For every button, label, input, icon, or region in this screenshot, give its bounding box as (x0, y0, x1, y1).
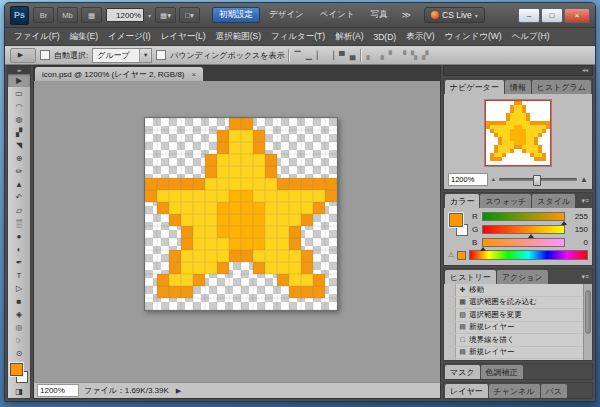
photoshop-logo[interactable]: Ps (10, 6, 29, 25)
masks-adjustments-tab[interactable]: 色調補正 (481, 365, 523, 379)
history-row[interactable]: ▤新規レイヤー (444, 347, 584, 360)
color-spectrum-ramp[interactable] (469, 250, 588, 260)
menu-item[interactable]: ヘルプ(H) (507, 29, 555, 45)
rectangle-tool[interactable]: ■ (8, 295, 30, 308)
menu-item[interactable]: ウィンドウ(W) (439, 29, 506, 45)
navigator-tab[interactable]: ヒストグラム (532, 80, 591, 94)
menu-item[interactable]: フィルター(T) (266, 29, 330, 45)
masks-adjustments-tab[interactable]: マスク (445, 365, 480, 379)
zoom-out-icon[interactable]: ▲ (491, 176, 496, 182)
layers-tab[interactable]: レイヤー (445, 384, 488, 398)
channel-value[interactable]: 150 (568, 225, 588, 234)
workspace-button[interactable]: デザイン (262, 7, 311, 23)
toolbox-collapse-icon[interactable]: ▸▸ (8, 66, 30, 74)
lasso-tool[interactable]: ◠ (8, 100, 30, 113)
menu-item[interactable]: 解析(A) (330, 29, 368, 45)
gradient-tool[interactable]: ▒ (8, 217, 30, 230)
menu-item[interactable]: 選択範囲(S) (211, 29, 266, 45)
status-arrow-icon[interactable]: ▶ (176, 387, 181, 395)
navigator-tab[interactable]: ナビゲーター (445, 80, 504, 94)
mini-bridge-icon[interactable]: Mb (57, 7, 78, 23)
history-source-box[interactable] (444, 322, 456, 334)
distribute-icon[interactable]: ▖ (365, 51, 373, 60)
close-button[interactable]: × (564, 8, 590, 23)
cs-live-button[interactable]: CS Live ▾ (424, 7, 485, 23)
channel-slider-thumb[interactable] (561, 218, 567, 225)
history-source-box[interactable] (444, 347, 456, 359)
type-tool[interactable]: T (8, 269, 30, 282)
close-icon[interactable]: × (192, 70, 197, 79)
screen-mode-icon[interactable]: □▾ (179, 7, 200, 23)
move-tool[interactable]: ▶ (8, 74, 30, 87)
distribute-icon[interactable]: ▞ (421, 51, 429, 60)
align-icon[interactable]: ▔ (293, 51, 301, 60)
navigator-proxy-view[interactable] (485, 100, 551, 166)
healing-brush-tool[interactable]: ⊕ (8, 152, 30, 165)
tool-preset-picker[interactable]: ▶ ▾ (10, 48, 36, 63)
panel-menu-icon[interactable]: ▾≡ (578, 197, 592, 205)
color-tab[interactable]: スタイル (532, 194, 575, 208)
channel-value[interactable]: 255 (568, 212, 588, 221)
distribute-icon[interactable]: ▗ (377, 51, 385, 60)
eyedropper-tool[interactable]: ◥ (8, 139, 30, 152)
navigator-zoom-slider[interactable] (499, 178, 577, 181)
align-icon[interactable]: ▄ (349, 51, 357, 60)
gamut-warning-icon[interactable]: ⚠ (448, 251, 454, 259)
slider-thumb[interactable] (533, 175, 541, 186)
history-row[interactable]: ✚移動 (444, 284, 584, 297)
layers-tab[interactable]: チャンネル (489, 384, 540, 398)
hand-tool[interactable]: ☞ (8, 334, 30, 347)
zoom-level-field[interactable]: 1200% (106, 8, 144, 22)
color-tab[interactable]: カラー (445, 194, 479, 208)
history-scrollbar[interactable] (583, 284, 592, 360)
history-source-box[interactable] (444, 297, 456, 309)
history-source-box[interactable] (444, 359, 456, 360)
zoom-in-icon[interactable]: ▲ (580, 175, 588, 184)
quick-mask-button[interactable]: ◨ (8, 385, 30, 398)
color-tab[interactable]: スウォッチ (480, 194, 531, 208)
foreground-color-swatch[interactable] (449, 213, 463, 227)
distribute-icon[interactable]: ▝ (399, 51, 407, 60)
align-icon[interactable]: ▁ (305, 51, 313, 60)
layers-tab[interactable]: パス (541, 384, 567, 398)
history-row[interactable]: ▤新規レイヤー (444, 322, 584, 335)
eraser-tool[interactable]: ▱ (8, 204, 30, 217)
channel-slider-thumb[interactable] (480, 244, 486, 251)
workspace-button[interactable]: 写真 (364, 7, 395, 23)
rectangular-marquee-tool[interactable]: ▭ (8, 87, 30, 100)
zoom-caret-icon[interactable]: ▾ (148, 12, 151, 19)
panel-menu-icon[interactable]: ▾≡ (578, 273, 592, 281)
channel-slider[interactable] (482, 225, 565, 234)
channel-slider-thumb[interactable] (528, 231, 534, 238)
workspace-button[interactable]: 初期設定 (212, 7, 260, 23)
quick-selection-tool[interactable]: ◍ (8, 113, 30, 126)
3d-rotation-tool[interactable]: ◈ (8, 308, 30, 321)
scrollbar-thumb[interactable] (585, 290, 591, 334)
history-row[interactable]: □境界線を描く (444, 334, 584, 347)
show-bbox-checkbox[interactable] (156, 50, 166, 60)
history-tab[interactable]: ヒストリー (445, 270, 496, 284)
menu-item[interactable]: ファイル(F) (9, 29, 65, 45)
menu-item[interactable]: 3D(D) (368, 30, 401, 44)
history-row[interactable]: ▦選択範囲を読み込む (444, 297, 584, 310)
navigator-tab[interactable]: 情報 (505, 80, 531, 94)
arrange-documents-icon[interactable]: ▦▾ (155, 7, 176, 23)
path-selection-tool[interactable]: ▷ (8, 282, 30, 295)
history-row[interactable]: ◧塗りつぶし (444, 359, 584, 360)
brush-tool[interactable]: ✏ (8, 165, 30, 178)
clone-stamp-tool[interactable]: ▲ (8, 178, 30, 191)
auto-select-dropdown[interactable]: グループ ▼ (92, 48, 152, 63)
minimize-button[interactable]: – (518, 8, 540, 23)
history-row[interactable]: ▧選択範囲を変更 (444, 309, 584, 322)
status-zoom-field[interactable]: 1200% (37, 384, 79, 397)
align-icon[interactable]: ▀ (338, 51, 346, 60)
zoom-tool[interactable]: ⊙ (8, 347, 30, 360)
channel-slider[interactable] (482, 238, 565, 247)
align-icon[interactable]: ▏ (316, 51, 324, 60)
menu-item[interactable]: レイヤー(L) (156, 29, 211, 45)
foreground-color-swatch[interactable] (10, 363, 23, 376)
blur-tool[interactable]: ● (8, 230, 30, 243)
channel-slider[interactable] (482, 212, 565, 221)
launch-bridge-icon[interactable]: Br (33, 7, 54, 23)
crop-tool[interactable]: ▞ (8, 126, 30, 139)
